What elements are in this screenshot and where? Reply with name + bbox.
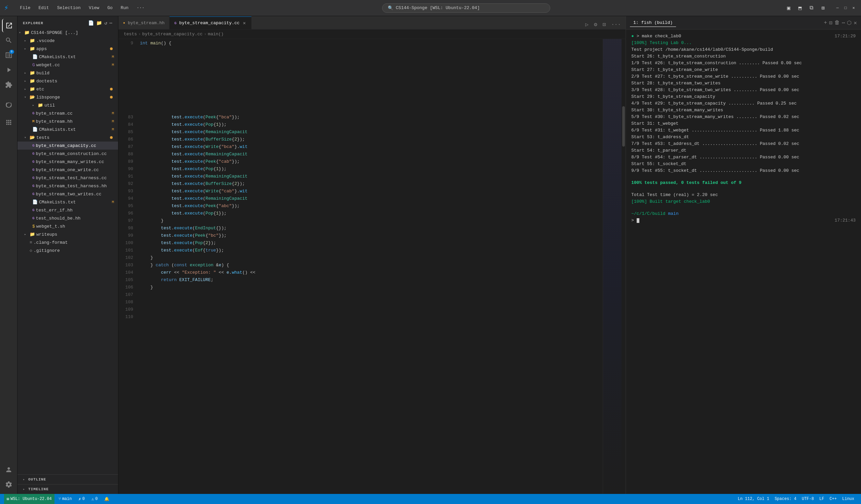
sidebar-item-harness-cc[interactable]: G byte_stream_test_harness.cc: [17, 174, 118, 182]
maximize-button[interactable]: □: [842, 5, 849, 11]
close-button[interactable]: ✕: [850, 5, 857, 11]
maximize-panel-icon[interactable]: ⬡: [847, 19, 851, 26]
sidebar-item-clang-format[interactable]: ≡ .clang-format: [17, 238, 118, 247]
sidebar-item-tests[interactable]: ▾ 📂 tests: [17, 134, 118, 142]
new-file-icon[interactable]: 📄: [88, 20, 94, 26]
split-editor-icon[interactable]: ⊡: [601, 20, 608, 29]
notification-item[interactable]: 🔔: [101, 494, 112, 504]
activity-git-icon[interactable]: 9: [2, 48, 15, 62]
git-branch-label: main: [62, 496, 72, 501]
sidebar-item-writeups[interactable]: ▸ 📁 writeups: [17, 230, 118, 238]
line-ending-item[interactable]: LF: [817, 494, 827, 504]
title-search-box[interactable]: 🔍 CS144-Sponge [WSL: Ubuntu-22.04]: [382, 3, 550, 13]
menu-selection[interactable]: Selection: [54, 4, 84, 12]
refresh-icon[interactable]: ↺: [104, 20, 107, 26]
activity-explorer-icon[interactable]: [2, 19, 15, 32]
status-right: Ln 112, Col 1 Spaces: 4 UTF-8 LF C++ Lin…: [735, 494, 857, 504]
tab-byte-stream-hh[interactable]: ● byte_stream.hh: [118, 16, 169, 29]
activity-extensions-icon[interactable]: [2, 78, 15, 92]
timeline-header[interactable]: ▸ TIMELINE: [17, 486, 118, 493]
sidebar-item-capacity-cc[interactable]: G byte_stream_capacity.cc: [17, 142, 118, 150]
sidebar-item-byte-stream-hh[interactable]: M byte_stream.hh M: [17, 117, 118, 125]
more-actions-icon[interactable]: ···: [609, 20, 623, 29]
activity-test-icon[interactable]: [2, 98, 15, 112]
terminal-tab-1[interactable]: 1: fish (build): [630, 19, 676, 27]
terminal-output: 5/9 Test #30: t_byte_stream_many_writes …: [631, 114, 799, 120]
activity-remote-icon[interactable]: [2, 116, 15, 129]
sidebar-item-cmakelists-lib[interactable]: 📄 CMakeLists.txt M: [17, 125, 118, 134]
git-branch-item[interactable]: ⑂ main: [56, 494, 75, 504]
sidebar-item-harness-hh[interactable]: G byte_stream_test_harness.hh: [17, 182, 118, 190]
sidebar-item-webget-sh[interactable]: $ webget_t.sh: [17, 222, 118, 230]
notification-icon: 🔔: [104, 496, 109, 502]
activity-account-icon[interactable]: [2, 463, 15, 476]
sidebar-item-byte-stream-cc[interactable]: G byte_stream.cc M: [17, 109, 118, 117]
terminal-body[interactable]: ● > make check_lab0 17:21:29 [100%] Test…: [626, 30, 861, 494]
new-terminal-icon[interactable]: +: [824, 20, 827, 26]
sidebar-item-apps[interactable]: ▸ 📁 apps: [17, 45, 118, 53]
sidebar-item-one-write-cc[interactable]: G byte_stream_one_write.cc: [17, 166, 118, 174]
sidebar-item-construction-cc[interactable]: G byte_stream_construction.cc: [17, 150, 118, 158]
tab-close-button[interactable]: ✕: [242, 19, 246, 27]
layout-more-icon[interactable]: ⊞: [819, 3, 828, 13]
outline-header[interactable]: ▸ OUTLINE: [17, 476, 118, 483]
cursor-position-item[interactable]: Ln 112, Col 1: [735, 494, 772, 504]
sidebar-item-doctests[interactable]: ▸ 📁 doctests: [17, 77, 118, 85]
sidebar-item-util[interactable]: ▸ 📁 util: [17, 101, 118, 109]
sidebar-item-vscode[interactable]: ▸ 📁 .vscode: [17, 37, 118, 45]
split-terminal-icon[interactable]: ⊡: [829, 19, 832, 26]
menu-go[interactable]: Go: [104, 4, 116, 12]
layout-panel-icon[interactable]: ⬒: [796, 3, 805, 13]
file-tree: ▾ 📁 CS144-SPONGE [...] ▸ 📁 .vscode ▸ 📁 a…: [17, 29, 118, 474]
new-folder-icon[interactable]: 📁: [96, 20, 102, 26]
breadcrumb-symbol[interactable]: main(): [208, 32, 224, 37]
remote-status-item[interactable]: ⊞ WSL: Ubuntu-22.04: [4, 494, 54, 504]
sidebar-item-webget-cc[interactable]: G webget.cc M: [17, 61, 118, 69]
code-editor[interactable]: int main() { test.execute(Peek{"bca"}); …: [137, 39, 603, 494]
run-without-debug-icon[interactable]: ▷: [583, 20, 591, 29]
sidebar-item-gitignore[interactable]: ◇ .gitignore: [17, 247, 118, 254]
activity-search-icon[interactable]: [2, 33, 15, 47]
tree-root[interactable]: ▾ 📁 CS144-SPONGE [...]: [17, 29, 118, 37]
close-panel-icon[interactable]: ✕: [853, 19, 857, 26]
indent-item[interactable]: Spaces: 4: [772, 494, 799, 504]
sidebar-item-build[interactable]: ▸ 📁 build: [17, 69, 118, 77]
sidebar-item-cmakelists-tests[interactable]: 📄 CMakeLists.txt M: [17, 198, 118, 206]
activity-run-icon[interactable]: [2, 63, 15, 77]
menu-view[interactable]: View: [85, 4, 102, 12]
sidebar-item-many-writes-cc[interactable]: G byte_stream_many_writes.cc: [17, 158, 118, 166]
kill-terminal-icon[interactable]: 🗑: [834, 19, 840, 26]
terminal-prompt-line: >: [631, 217, 639, 224]
sidebar-item-etc[interactable]: ▸ 📁 etc: [17, 85, 118, 93]
layout-split-icon[interactable]: ⧉: [807, 3, 816, 12]
activity-settings-icon[interactable]: [2, 478, 15, 491]
open-in-terminal-icon[interactable]: ⚙: [592, 20, 599, 29]
encoding-item[interactable]: UTF-8: [799, 494, 817, 504]
sidebar-item-cmakelists-apps[interactable]: 📄 CMakeLists.txt M: [17, 53, 118, 61]
menu-run[interactable]: Run: [118, 4, 132, 12]
menu-file[interactable]: File: [16, 4, 33, 12]
warning-count-item[interactable]: ⚠ 0: [89, 494, 100, 504]
sidebar-item-two-writes-cc[interactable]: G byte_stream_two_writes.cc: [17, 190, 118, 198]
collapse-icon[interactable]: ⋯: [110, 20, 113, 26]
scrollbar-thumb[interactable]: [622, 106, 625, 146]
tab-byte-stream-capacity-cc[interactable]: G byte_stream_capacity.cc ✕: [169, 16, 251, 29]
terminal-more-icon[interactable]: ⋯: [842, 19, 845, 26]
sidebar-item-libsponge[interactable]: ▾ 📂 libsponge: [17, 93, 118, 101]
timeline-label: TIMELINE: [28, 487, 49, 491]
minimize-button[interactable]: ─: [834, 5, 841, 11]
language-mode-item[interactable]: C++: [827, 494, 839, 504]
menu-edit[interactable]: Edit: [35, 4, 52, 12]
breadcrumb-tests[interactable]: tests: [124, 32, 137, 37]
sidebar-item-test-err-hh[interactable]: G test_err_if.hh: [17, 206, 118, 214]
line-numbers: 9 83 84 85 86 87 88 89 90 91 92: [118, 39, 137, 494]
scrollbar-track[interactable]: [621, 39, 626, 494]
breadcrumb-file[interactable]: byte_stream_capacity.cc: [142, 32, 203, 37]
sidebar-item-test-should-hh[interactable]: G test_should_be.hh: [17, 214, 118, 222]
platform-item[interactable]: Linux: [839, 494, 857, 504]
layout-sidebar-icon[interactable]: ▣: [784, 3, 793, 13]
menu-more[interactable]: ···: [133, 4, 148, 12]
modified-label: M: [112, 55, 114, 59]
terminal-line: 3/9 Test #28: t_byte_stream_two_writes .…: [631, 87, 856, 94]
error-count-item[interactable]: ✗ 0: [76, 494, 87, 504]
